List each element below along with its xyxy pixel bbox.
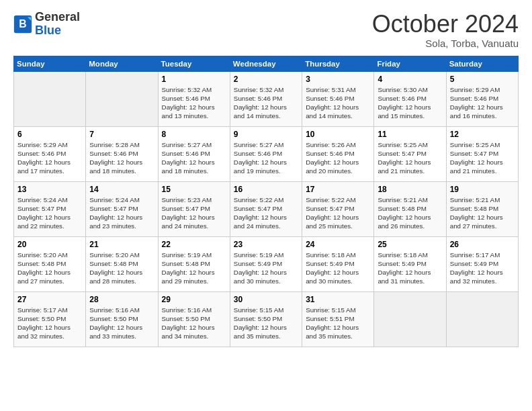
day-number: 16 bbox=[234, 185, 298, 194]
sunrise: Sunrise: 5:20 AM bbox=[89, 251, 140, 259]
col-friday: Friday bbox=[374, 56, 446, 71]
day-info: Sunrise: 5:28 AMSunset: 5:46 PMDaylight:… bbox=[89, 140, 154, 176]
daylight: Daylight: 12 hours and 24 minutes. bbox=[162, 214, 215, 230]
day-info: Sunrise: 5:20 AMSunset: 5:48 PMDaylight:… bbox=[89, 250, 154, 286]
sunset: Sunset: 5:48 PM bbox=[89, 260, 138, 267]
day-info: Sunrise: 5:27 AMSunset: 5:46 PMDaylight:… bbox=[162, 140, 226, 176]
sunrise: Sunrise: 5:21 AM bbox=[378, 196, 428, 203]
day-number: 4 bbox=[378, 75, 442, 84]
daylight: Daylight: 12 hours and 13 minutes. bbox=[162, 103, 215, 120]
day-info: Sunrise: 5:32 AMSunset: 5:46 PMDaylight:… bbox=[234, 85, 298, 121]
calendar-cell: 11Sunrise: 5:25 AMSunset: 5:47 PMDayligh… bbox=[374, 126, 446, 181]
sunrise: Sunrise: 5:19 AM bbox=[162, 251, 212, 259]
calendar-cell: 12Sunrise: 5:25 AMSunset: 5:47 PMDayligh… bbox=[446, 126, 518, 181]
day-number: 21 bbox=[89, 240, 154, 249]
day-info: Sunrise: 5:31 AMSunset: 5:46 PMDaylight:… bbox=[306, 85, 370, 121]
logo-text: General Blue bbox=[35, 11, 80, 38]
calendar-cell bbox=[14, 71, 86, 126]
day-info: Sunrise: 5:17 AMSunset: 5:49 PMDaylight:… bbox=[450, 250, 515, 286]
sunset: Sunset: 5:46 PM bbox=[89, 150, 138, 157]
sunrise: Sunrise: 5:17 AM bbox=[450, 251, 500, 259]
day-number: 17 bbox=[306, 185, 370, 194]
day-number: 10 bbox=[306, 130, 370, 139]
calendar-cell: 22Sunrise: 5:19 AMSunset: 5:48 PMDayligh… bbox=[158, 236, 230, 291]
day-info: Sunrise: 5:27 AMSunset: 5:46 PMDaylight:… bbox=[234, 140, 298, 176]
day-number: 14 bbox=[89, 185, 154, 194]
day-number: 19 bbox=[450, 185, 515, 194]
calendar-cell: 25Sunrise: 5:18 AMSunset: 5:49 PMDayligh… bbox=[374, 236, 446, 291]
sunset: Sunset: 5:48 PM bbox=[378, 205, 426, 212]
day-info: Sunrise: 5:32 AMSunset: 5:46 PMDaylight:… bbox=[162, 85, 226, 121]
sunrise: Sunrise: 5:32 AM bbox=[162, 86, 212, 93]
day-number: 9 bbox=[234, 130, 298, 139]
header: B General Blue October 2024 Sola, Torba,… bbox=[13, 11, 519, 49]
col-wednesday: Wednesday bbox=[230, 56, 302, 71]
title-block: October 2024 Sola, Torba, Vanuatu bbox=[372, 11, 519, 49]
day-info: Sunrise: 5:18 AMSunset: 5:49 PMDaylight:… bbox=[306, 250, 370, 286]
day-info: Sunrise: 5:20 AMSunset: 5:48 PMDaylight:… bbox=[17, 250, 82, 286]
daylight: Daylight: 12 hours and 35 minutes. bbox=[306, 324, 359, 340]
col-monday: Monday bbox=[86, 56, 158, 71]
calendar-cell: 9Sunrise: 5:27 AMSunset: 5:46 PMDaylight… bbox=[230, 126, 302, 181]
sunset: Sunset: 5:46 PM bbox=[378, 95, 426, 102]
day-number: 12 bbox=[450, 130, 515, 139]
col-sunday: Sunday bbox=[14, 56, 86, 71]
day-info: Sunrise: 5:16 AMSunset: 5:50 PMDaylight:… bbox=[162, 306, 226, 341]
calendar-cell: 28Sunrise: 5:16 AMSunset: 5:50 PMDayligh… bbox=[86, 291, 158, 347]
calendar-cell: 20Sunrise: 5:20 AMSunset: 5:48 PMDayligh… bbox=[14, 236, 86, 291]
sunset: Sunset: 5:47 PM bbox=[17, 205, 66, 212]
week-row-3: 20Sunrise: 5:20 AMSunset: 5:48 PMDayligh… bbox=[14, 236, 519, 291]
logo-general: General bbox=[35, 10, 80, 24]
sunset: Sunset: 5:46 PM bbox=[306, 150, 354, 157]
sunset: Sunset: 5:51 PM bbox=[306, 315, 354, 322]
sunset: Sunset: 5:47 PM bbox=[450, 150, 498, 157]
day-info: Sunrise: 5:19 AMSunset: 5:49 PMDaylight:… bbox=[234, 250, 298, 286]
day-number: 27 bbox=[17, 295, 82, 304]
col-tuesday: Tuesday bbox=[158, 56, 230, 71]
logo-icon: B bbox=[13, 15, 32, 34]
day-number: 3 bbox=[306, 75, 370, 84]
calendar-cell: 23Sunrise: 5:19 AMSunset: 5:49 PMDayligh… bbox=[230, 236, 302, 291]
sunrise: Sunrise: 5:20 AM bbox=[17, 251, 68, 259]
week-row-0: 1Sunrise: 5:32 AMSunset: 5:46 PMDaylight… bbox=[14, 71, 519, 126]
day-info: Sunrise: 5:17 AMSunset: 5:50 PMDaylight:… bbox=[17, 306, 82, 341]
day-info: Sunrise: 5:18 AMSunset: 5:49 PMDaylight:… bbox=[378, 250, 442, 286]
sunrise: Sunrise: 5:18 AM bbox=[306, 251, 356, 259]
calendar-cell: 15Sunrise: 5:23 AMSunset: 5:47 PMDayligh… bbox=[158, 181, 230, 236]
daylight: Daylight: 12 hours and 19 minutes. bbox=[234, 158, 287, 175]
sunrise: Sunrise: 5:24 AM bbox=[89, 196, 140, 203]
day-number: 8 bbox=[162, 130, 226, 139]
col-thursday: Thursday bbox=[302, 56, 374, 71]
daylight: Daylight: 12 hours and 17 minutes. bbox=[17, 158, 71, 175]
sunset: Sunset: 5:49 PM bbox=[306, 260, 354, 267]
sunset: Sunset: 5:47 PM bbox=[306, 205, 354, 212]
day-number: 15 bbox=[162, 185, 226, 194]
day-info: Sunrise: 5:26 AMSunset: 5:46 PMDaylight:… bbox=[306, 140, 370, 176]
sunrise: Sunrise: 5:18 AM bbox=[378, 251, 428, 259]
daylight: Daylight: 12 hours and 18 minutes. bbox=[162, 158, 215, 175]
sunrise: Sunrise: 5:29 AM bbox=[450, 86, 500, 93]
sunrise: Sunrise: 5:24 AM bbox=[17, 196, 68, 203]
daylight: Daylight: 12 hours and 32 minutes. bbox=[17, 324, 71, 340]
day-info: Sunrise: 5:19 AMSunset: 5:48 PMDaylight:… bbox=[162, 250, 226, 286]
calendar-cell: 27Sunrise: 5:17 AMSunset: 5:50 PMDayligh… bbox=[14, 291, 86, 347]
calendar-cell bbox=[374, 291, 446, 347]
sunrise: Sunrise: 5:28 AM bbox=[89, 141, 140, 148]
sunset: Sunset: 5:48 PM bbox=[450, 205, 498, 212]
daylight: Daylight: 12 hours and 20 minutes. bbox=[306, 158, 359, 175]
daylight: Daylight: 12 hours and 14 minutes. bbox=[306, 103, 359, 120]
sunset: Sunset: 5:48 PM bbox=[162, 260, 210, 267]
daylight: Daylight: 12 hours and 27 minutes. bbox=[17, 269, 71, 285]
calendar-cell: 7Sunrise: 5:28 AMSunset: 5:46 PMDaylight… bbox=[86, 126, 158, 181]
sunrise: Sunrise: 5:16 AM bbox=[162, 306, 212, 314]
daylight: Daylight: 12 hours and 29 minutes. bbox=[162, 269, 215, 285]
week-row-4: 27Sunrise: 5:17 AMSunset: 5:50 PMDayligh… bbox=[14, 291, 519, 347]
day-info: Sunrise: 5:25 AMSunset: 5:47 PMDaylight:… bbox=[378, 140, 442, 176]
calendar-cell: 16Sunrise: 5:22 AMSunset: 5:47 PMDayligh… bbox=[230, 181, 302, 236]
calendar-cell: 17Sunrise: 5:22 AMSunset: 5:47 PMDayligh… bbox=[302, 181, 374, 236]
daylight: Daylight: 12 hours and 35 minutes. bbox=[234, 324, 287, 340]
daylight: Daylight: 12 hours and 30 minutes. bbox=[306, 269, 359, 285]
calendar-cell: 10Sunrise: 5:26 AMSunset: 5:46 PMDayligh… bbox=[302, 126, 374, 181]
day-number: 22 bbox=[162, 240, 226, 249]
sunset: Sunset: 5:46 PM bbox=[162, 150, 210, 157]
